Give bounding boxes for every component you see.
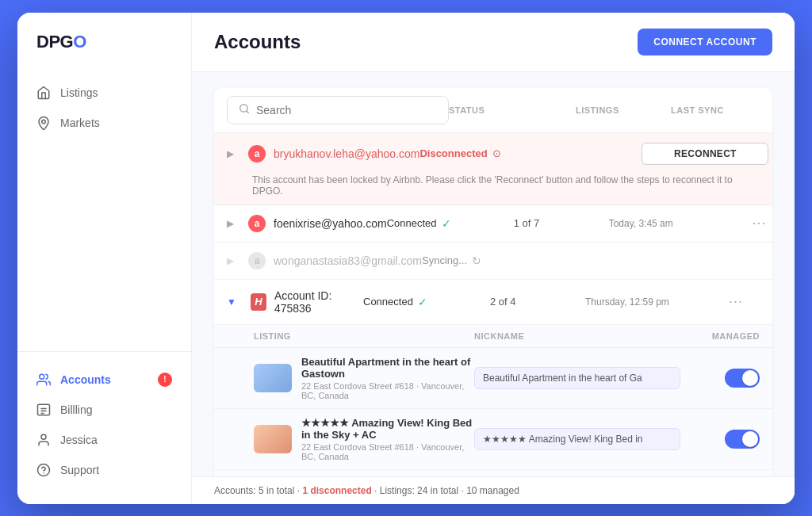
- account-row-syncing: ▶ a wonganastasia83@gmail.com Syncing...…: [214, 243, 772, 280]
- status-badge-4: Connected ✓: [363, 296, 490, 308]
- sidebar-item-billing-label: Billling: [60, 403, 92, 416]
- app-container: DPGO Listings Markets Acc: [17, 13, 795, 504]
- nickname-input-1[interactable]: [474, 367, 680, 389]
- toggle-knob-1: [742, 370, 758, 386]
- col-managed: MANAGED: [680, 331, 760, 341]
- logo-text: DPGO: [36, 32, 86, 52]
- col-listing: LISTING: [254, 331, 474, 341]
- nickname-input-2[interactable]: [474, 428, 680, 450]
- expand-arrow-1[interactable]: ▶: [227, 148, 234, 159]
- sidebar-item-accounts-label: Accounts: [60, 373, 111, 386]
- home-icon: [36, 86, 51, 100]
- more-button-3[interactable]: ···: [771, 252, 772, 269]
- listings-header: LISTING NICKNAME MANAGED: [214, 325, 772, 348]
- accounts-table: STATUS LISTINGS LAST SYNC MORE ▶ a bryuk…: [214, 88, 772, 476]
- sidebar-item-listings[interactable]: Listings: [17, 78, 191, 108]
- listing-name-1: Beautiful Apartment in the heart of Gast…: [301, 356, 474, 380]
- toggle-knob-2: [742, 431, 758, 447]
- page-title: Accounts: [214, 31, 301, 53]
- toggle-2[interactable]: [725, 430, 760, 449]
- sidebar-item-markets-label: Markets: [60, 117, 100, 129]
- status-connected-text-4: Connected: [363, 296, 413, 308]
- col-nickname: NICKNAME: [474, 331, 680, 341]
- listings-section: LISTING NICKNAME MANAGED Beautiful Apart…: [214, 324, 772, 476]
- account-email-1: ▶ a bryukhanov.leha@yahoo.com: [227, 145, 419, 162]
- listing-info-2: ★★★★★ Amazing View! King Bed in the Sky …: [254, 417, 474, 461]
- listing-addr-1: 22 East Cordova Street #618 · Vancouver,…: [301, 381, 474, 400]
- listing-row-3: Kitsilano Cherry Blossom Suite Vancouver…: [214, 470, 772, 476]
- sidebar-item-support[interactable]: Support: [17, 455, 191, 485]
- listing-details-2: ★★★★★ Amazing View! King Bed in the Sky …: [301, 417, 474, 461]
- sidebar-item-markets[interactable]: Markets: [17, 108, 191, 138]
- listing-details-1: Beautiful Apartment in the heart of Gast…: [301, 356, 474, 400]
- col-listings: LISTINGS: [576, 105, 671, 115]
- account-row-main-3: ▶ a wonganastasia83@gmail.com Syncing...…: [214, 243, 772, 279]
- footer-disconnected-text: 1 disconnected: [302, 485, 371, 496]
- logo: DPGO: [17, 32, 191, 78]
- search-icon: [239, 103, 250, 117]
- listing-row-1: Beautiful Apartment in the heart of Gast…: [214, 348, 772, 409]
- listing-info-1: Beautiful Apartment in the heart of Gast…: [254, 356, 474, 400]
- sidebar-item-jessica[interactable]: Jessica: [17, 425, 191, 455]
- status-badge-3: Syncing... ↻: [422, 254, 549, 267]
- logo-dp: DPG: [36, 32, 73, 52]
- expand-arrow-2[interactable]: ▶: [227, 218, 234, 229]
- check-icon-4: ✓: [418, 296, 427, 308]
- account-row-main-4: ▼ H Account ID: 475836 Connected ✓ 2 of …: [214, 280, 772, 324]
- check-icon-2: ✓: [442, 217, 451, 230]
- last-sync-2: Today, 3:45 am: [609, 218, 736, 229]
- footer-listings-text: · Listings: 24 in total · 10 managed: [372, 485, 519, 496]
- airbnb-icon-2: a: [248, 215, 266, 232]
- table-footer: Accounts: 5 in total · 1 disconnected · …: [192, 476, 795, 504]
- last-sync-4: Thursday, 12:59 pm: [585, 296, 712, 308]
- toggle-1[interactable]: [725, 369, 760, 388]
- listing-thumb-1: [254, 364, 292, 392]
- accounts-badge: !: [158, 373, 172, 387]
- status-badge-1: Disconnected ⊙: [419, 147, 546, 159]
- svg-point-1: [40, 374, 44, 379]
- expand-arrow-3[interactable]: ▶: [227, 255, 234, 266]
- airbnb-icon-1: a: [248, 145, 266, 162]
- status-badge-2: Connected ✓: [387, 217, 514, 230]
- account-row-vrbo: ▼ H Account ID: 475836 Connected ✓ 2 of …: [214, 280, 772, 476]
- account-email-text-4: Account ID: 475836: [274, 289, 363, 315]
- account-email-3: ▶ a wonganastasia83@gmail.com: [227, 252, 422, 269]
- sidebar-item-billing[interactable]: Billling: [17, 395, 191, 425]
- expand-arrow-4[interactable]: ▼: [227, 296, 236, 308]
- col-last-sync: LAST SYNC: [671, 105, 772, 115]
- listing-row-2: ★★★★★ Amazing View! King Bed in the Sky …: [214, 409, 772, 470]
- status-syncing-text: Syncing...: [422, 254, 467, 266]
- sync-icon: ↻: [472, 254, 481, 267]
- account-email-4: ▼ H Account ID: 475836: [227, 289, 363, 315]
- help-circle-icon: [36, 463, 51, 477]
- sidebar: DPGO Listings Markets Acc: [17, 13, 192, 504]
- listing-name-2: ★★★★★ Amazing View! King Bed in the Sky …: [301, 417, 474, 441]
- account-email-2: ▶ a foenixrise@yahoo.com: [227, 215, 387, 232]
- nav-bottom: Accounts ! Billling Jessica Support: [17, 351, 191, 485]
- search-input[interactable]: [256, 104, 437, 117]
- nav-section: Listings Markets: [17, 78, 191, 351]
- search-bar[interactable]: [227, 96, 449, 124]
- disconnected-message: This account has been locked by Airbnb. …: [214, 174, 772, 204]
- sidebar-item-jessica-label: Jessica: [60, 434, 98, 446]
- listings-count-2: 1 of 7: [514, 217, 609, 229]
- sidebar-item-support-label: Support: [60, 464, 99, 476]
- vrbo-icon: H: [251, 293, 266, 311]
- warning-icon: ⊙: [492, 147, 501, 159]
- users-icon: [36, 373, 51, 387]
- connect-account-button[interactable]: CONNECT ACCOUNT: [638, 29, 772, 55]
- account-row-disconnected: ▶ a bryukhanov.leha@yahoo.com Disconnect…: [214, 133, 772, 205]
- account-row-connected-1: ▶ a foenixrise@yahoo.com Connected ✓ 1 o…: [214, 205, 772, 243]
- main-content: Accounts CONNECT ACCOUNT STATUS LISTINGS: [192, 13, 795, 504]
- sidebar-item-accounts[interactable]: Accounts !: [17, 365, 191, 395]
- airbnb-icon-3: a: [248, 252, 266, 269]
- status-disconnected-text: Disconnected: [419, 147, 487, 159]
- svg-line-10: [247, 110, 249, 113]
- more-button-2[interactable]: ···: [736, 215, 772, 231]
- reconnect-button[interactable]: RECONNECT: [642, 143, 768, 165]
- svg-point-0: [42, 120, 46, 124]
- more-button-4[interactable]: ···: [712, 293, 760, 310]
- listing-thumb-2: [254, 425, 292, 453]
- map-pin-icon: [36, 116, 51, 130]
- footer-accounts-text: Accounts: 5 in total ·: [214, 485, 302, 496]
